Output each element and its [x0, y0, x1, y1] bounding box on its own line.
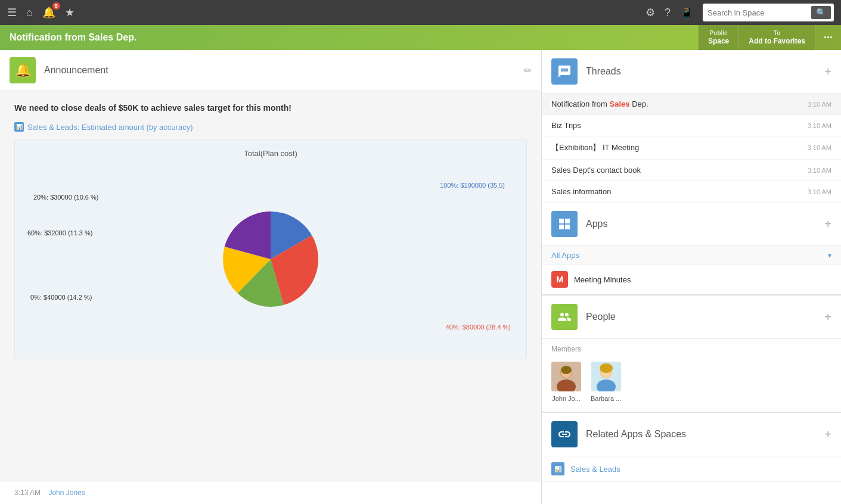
pie-svg [217, 206, 324, 313]
chart-title: Total(Plan cost) [24, 149, 517, 158]
thread-item[interactable]: Notification from Sales Dep. 3:10 AM [542, 94, 841, 115]
members-label: Members [542, 339, 841, 357]
timestamp: 3:13 AM [14, 489, 41, 497]
edit-button[interactable]: ✏ [524, 65, 532, 76]
thread-name: Notification from Sales Dep. [551, 99, 648, 108]
notifications-icon[interactable]: 🔔 5 [42, 6, 55, 19]
content-area: We need to close deals of $50K to achiev… [0, 91, 541, 481]
svg-point-4 [561, 366, 572, 374]
pie-label-0: 0%: $40000 (14.2 %) [30, 294, 92, 301]
related-section-header: Related Apps & Spaces + [542, 413, 841, 456]
left-panel: 🔔 Announcement ✏ We need to close deals … [0, 50, 542, 504]
chart-link-icon: 📊 [14, 122, 24, 132]
thread-item[interactable]: Sales information 3:10 AM [542, 181, 841, 203]
settings-icon[interactable]: ⚙ [646, 6, 655, 19]
author-link[interactable]: John Jones [48, 489, 85, 497]
apps-section-header: Apps + [542, 203, 841, 246]
thread-name: Sales Dept's contact book [551, 166, 641, 175]
people-section-title: People [586, 312, 816, 322]
member-avatar-john [551, 362, 581, 391]
related-item-icon: 📊 [551, 462, 564, 475]
add-fav-bottom: Add to Favorites [749, 37, 805, 46]
timestamp-row: 3:13 AM John Jones [0, 481, 541, 504]
thread-name: Sales information [551, 187, 611, 196]
thread-time: 3:10 AM [808, 144, 831, 151]
app-name: Meeting Minutes [574, 275, 631, 284]
public-label-bottom: Space [708, 37, 729, 46]
related-section: Related Apps & Spaces + 📊 Sales & Leads [542, 413, 841, 482]
apps-filter-arrow: ▾ [828, 251, 831, 260]
member-name-john: John Jo... [552, 395, 581, 402]
member-name-barbara: Barbara ... [591, 395, 621, 402]
content-headline: We need to close deals of $50K to achiev… [14, 103, 527, 113]
pie-label-60: 60%: $32000 (11.3 %) [27, 229, 92, 237]
apps-filter-label: All Apps [551, 251, 579, 260]
add-fav-top: To [774, 29, 780, 37]
menu-icon[interactable]: ☰ [7, 6, 17, 19]
chart-link-label: Sales & Leads: Estimated amount (by accu… [27, 123, 193, 132]
apps-section: Apps + All Apps ▾ M Meeting Minutes [542, 203, 841, 295]
page-title: Notification from Sales Dep. [10, 32, 136, 43]
member-item[interactable]: John Jo... [551, 362, 581, 402]
app-item[interactable]: M Meeting Minutes [542, 265, 841, 294]
favorites-icon[interactable]: ★ [65, 6, 75, 19]
thread-time: 3:10 AM [808, 188, 831, 195]
thread-time: 3:10 AM [808, 101, 831, 108]
apps-add-button[interactable]: + [824, 218, 831, 230]
related-add-button[interactable]: + [824, 428, 831, 440]
main-layout: 🔔 Announcement ✏ We need to close deals … [0, 50, 841, 504]
public-label-top: Public [710, 29, 728, 37]
pie-chart: 100%: $100000 (35.5) 40%: $80000 (28.4 %… [24, 170, 517, 349]
chart-link[interactable]: 📊 Sales & Leads: Estimated amount (by ac… [14, 122, 527, 132]
people-section-header: People + [542, 295, 841, 339]
threads-add-button[interactable]: + [824, 66, 831, 77]
related-item[interactable]: 📊 Sales & Leads [542, 456, 841, 482]
home-icon[interactable]: ⌂ [26, 7, 33, 19]
related-icon [551, 421, 578, 447]
search-box: 🔍 [703, 4, 834, 21]
right-panel: Threads + Notification from Sales Dep. 3… [542, 50, 841, 504]
thread-name: 【Exhibition】 IT Meeting [551, 142, 639, 153]
threads-section-title: Threads [586, 66, 816, 77]
help-icon[interactable]: ? [665, 7, 671, 19]
thread-item[interactable]: Biz Trips 3:10 AM [542, 115, 841, 136]
thread-list: Notification from Sales Dep. 3:10 AM Biz… [542, 94, 841, 203]
thread-name: Biz Trips [551, 121, 581, 130]
threads-section-header: Threads + [542, 50, 841, 94]
announcement-header: 🔔 Announcement ✏ [0, 50, 541, 91]
people-add-button[interactable]: + [824, 311, 831, 323]
pie-label-20: 20%: $30000 (10.6 %) [33, 194, 98, 201]
thread-time: 3:10 AM [808, 167, 831, 174]
apps-icon [551, 211, 578, 237]
top-navigation: ☰ ⌂ 🔔 5 ★ ⚙ ? 📱 🔍 [0, 0, 841, 25]
announcement-title: Announcement [44, 65, 516, 76]
page-header: Notification from Sales Dep. Public Spac… [0, 25, 841, 50]
search-input[interactable] [707, 8, 808, 17]
header-actions: Public Space To Add to Favorites ··· [698, 25, 841, 50]
bell-icon: 🔔 [10, 57, 36, 83]
tablet-icon[interactable]: 📱 [680, 6, 693, 19]
thread-item[interactable]: 【Exhibition】 IT Meeting 3:10 AM [542, 136, 841, 160]
search-button[interactable]: 🔍 [811, 6, 831, 19]
more-options-button[interactable]: ··· [815, 25, 841, 50]
member-item[interactable]: Barbara ... [591, 362, 621, 402]
members-row: John Jo... Barbara ... [542, 357, 841, 412]
threads-icon [551, 58, 578, 85]
apps-filter[interactable]: All Apps ▾ [542, 246, 841, 265]
member-avatar-barbara [591, 362, 621, 391]
related-section-title: Related Apps & Spaces [586, 429, 816, 440]
pie-label-40: 40%: $80000 (28.4 %) [446, 323, 511, 331]
public-space-button[interactable]: Public Space [698, 25, 738, 50]
apps-section-title: Apps [586, 219, 816, 229]
notification-badge: 5 [52, 2, 60, 10]
people-icon [551, 304, 578, 330]
people-section: People + Members John Jo... [542, 295, 841, 413]
app-icon: M [551, 271, 568, 288]
thread-time: 3:10 AM [808, 122, 831, 129]
pie-label-100: 100%: $100000 (35.5) [440, 182, 505, 189]
thread-item[interactable]: Sales Dept's contact book 3:10 AM [542, 160, 841, 181]
add-favorites-button[interactable]: To Add to Favorites [738, 25, 815, 50]
threads-section: Threads + Notification from Sales Dep. 3… [542, 50, 841, 203]
related-item-name: Sales & Leads [570, 465, 620, 474]
chart-container: Total(Plan cost) 1 [14, 139, 527, 359]
